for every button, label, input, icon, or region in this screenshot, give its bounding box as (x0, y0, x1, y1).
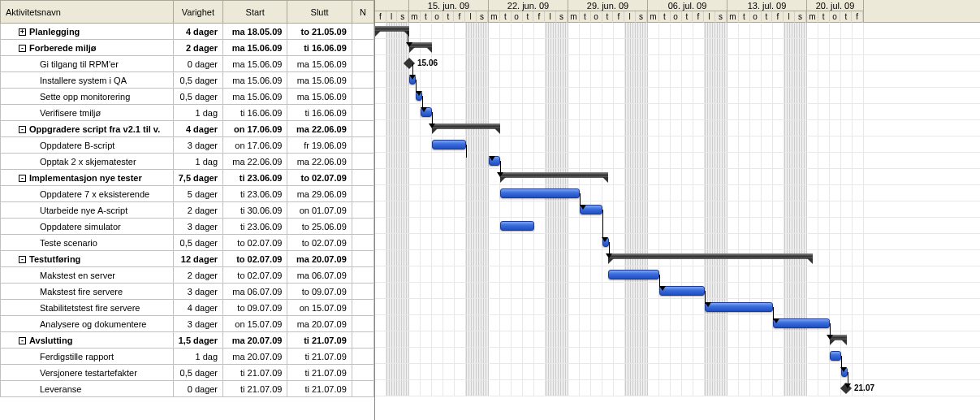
task-start: ti 23.06.09 (223, 170, 287, 186)
day-label: s (397, 11, 408, 23)
day-label: t (762, 11, 773, 23)
summary-bar[interactable] (375, 26, 409, 32)
task-name: Opptak 2 x skjematester (40, 157, 136, 167)
task-end: ma 15.06.09 (287, 89, 352, 105)
table-row[interactable]: -Implementasjon nye tester7,5 dagerti 23… (1, 170, 374, 186)
table-row[interactable]: Analysere og dokumentere3 dageron 15.07.… (1, 316, 374, 332)
col-name[interactable]: Aktivitetsnavn (1, 1, 174, 24)
task-name: Teste scenario (40, 238, 97, 248)
table-row[interactable]: Opptak 2 x skjematester1 dagma 22.06.09m… (1, 154, 374, 170)
task-name: Makstest en server (40, 271, 115, 280)
table-row[interactable]: Teste scenario0,5 dagerto 02.07.09to 02.… (1, 235, 374, 251)
collapse-icon[interactable]: - (19, 256, 26, 263)
task-bar[interactable] (500, 188, 580, 198)
table-row[interactable]: Verifisere tmiljø1 dagti 16.06.09ti 16.0… (1, 105, 374, 121)
task-start: ma 15.06.09 (223, 89, 287, 105)
gantt-row (375, 23, 980, 39)
table-row[interactable]: Oppdatere B-script3 dageron 17.06.09fr 1… (1, 137, 374, 154)
task-duration: 1 dag (173, 349, 222, 365)
task-end: to 21.05.09 (287, 24, 352, 40)
table-row[interactable]: Leveranse0 dagerti 21.07.09ti 21.07.09 (1, 381, 374, 397)
table-row[interactable]: Oppdatere 7 x eksisterende5 dagerti 23.0… (1, 186, 374, 202)
day-label: o (750, 11, 762, 23)
day-label: t (682, 11, 693, 23)
task-name: Makstest fire servere (40, 287, 123, 297)
task-start: on 15.07.09 (223, 316, 287, 332)
summary-bar[interactable] (409, 42, 432, 48)
task-bar[interactable] (773, 318, 830, 328)
table-row[interactable]: +Planlegging4 dagerma 18.05.09to 21.05.0… (1, 24, 374, 40)
table-row[interactable]: Oppdatere simulator3 dagerti 23.06.09to … (1, 219, 374, 235)
task-name: Avslutting (29, 336, 72, 345)
col-start[interactable]: Start (223, 1, 287, 24)
col-end[interactable]: Slutt (287, 1, 352, 24)
collapse-icon[interactable]: - (19, 175, 26, 182)
summary-bar[interactable] (432, 123, 500, 129)
table-row[interactable]: Sette opp monitorering0,5 dagerma 15.06.… (1, 89, 374, 105)
task-bar[interactable] (659, 286, 705, 296)
task-bar[interactable] (608, 270, 659, 279)
week-label: 20. jul. 09 (807, 0, 863, 11)
table-row[interactable]: -Forberede miljø2 dagerma 15.06.09ti 16.… (1, 40, 374, 56)
task-duration: 12 dager (173, 251, 222, 267)
summary-bar[interactable] (608, 253, 813, 259)
gantt-row (375, 218, 980, 234)
task-start: ma 22.06.09 (223, 154, 287, 170)
task-bar[interactable] (432, 140, 466, 149)
gantt-row (375, 201, 980, 218)
table-row[interactable]: Gi tilgang til RPM'er0 dagerma 15.06.09m… (1, 56, 374, 72)
task-end: to 09.07.09 (287, 284, 352, 300)
week-label: 06. jul. 09 (648, 0, 727, 11)
table-row[interactable]: -Oppgradere script fra v2.1 til v.4 dage… (1, 121, 374, 137)
table-row[interactable]: Utarbeide nye A-script2 dagerti 30.06.09… (1, 202, 374, 219)
day-label: l (465, 11, 477, 23)
day-label: f (454, 11, 465, 23)
task-start: ma 15.06.09 (223, 40, 287, 56)
expand-icon[interactable]: + (19, 28, 26, 36)
task-duration: 2 dager (173, 202, 222, 219)
task-duration: 5 dager (173, 186, 222, 202)
task-end: to 02.07.09 (287, 170, 352, 186)
week-label: 29. jun. 09 (568, 0, 647, 11)
gantt-row (375, 104, 980, 120)
task-bar[interactable] (500, 221, 534, 231)
task-start: to 02.07.09 (223, 267, 287, 284)
table-row[interactable]: Makstest en server2 dagerto 02.07.09ma 0… (1, 267, 374, 284)
table-row[interactable]: Ferdigstille rapport1 dagma 20.07.09ti 2… (1, 349, 374, 365)
task-start: ti 23.06.09 (223, 186, 287, 202)
collapse-icon[interactable]: - (19, 126, 26, 133)
gantt-row (375, 283, 980, 299)
task-duration: 3 dager (173, 284, 222, 300)
task-end: on 15.07.09 (287, 300, 352, 316)
gantt-body[interactable]: 15.0621.07 (375, 23, 980, 396)
task-bar[interactable] (830, 351, 841, 361)
task-name: Versjonere testartefakter (40, 368, 137, 378)
task-end: ma 22.06.09 (287, 154, 352, 170)
week-label (375, 0, 408, 11)
col-n[interactable]: N (352, 1, 373, 24)
day-label: t (443, 11, 455, 23)
gantt-row (375, 120, 980, 136)
gantt-row (375, 299, 980, 315)
day-label: t (602, 11, 614, 23)
gantt-row (375, 39, 980, 55)
week-label: 15. jun. 09 (409, 0, 488, 11)
task-bar[interactable] (705, 302, 773, 312)
table-row[interactable]: Makstest fire servere3 dagerma 06.07.09t… (1, 284, 374, 300)
gantt-row (375, 315, 980, 331)
task-duration: 0,5 dager (173, 89, 222, 105)
summary-bar[interactable] (500, 172, 608, 178)
task-duration: 2 dager (173, 267, 222, 284)
table-row[interactable]: -Testutføring12 dagerto 02.07.09ma 20.07… (1, 251, 374, 267)
collapse-icon[interactable]: - (19, 337, 26, 344)
table-row[interactable]: Installere system i QA0,5 dagerma 15.06.… (1, 72, 374, 89)
day-label: t (580, 11, 591, 23)
day-label: f (613, 11, 624, 23)
milestone-label: 15.06 (417, 58, 438, 67)
table-row[interactable]: Stabilitetstest fire servere4 dagerto 09… (1, 300, 374, 316)
day-label: l (545, 11, 556, 23)
table-row[interactable]: Versjonere testartefakter0,5 dagerti 21.… (1, 365, 374, 381)
table-row[interactable]: -Avslutting1,5 dagerma 20.07.09ti 21.07.… (1, 332, 374, 349)
col-duration[interactable]: Varighet (173, 1, 222, 24)
collapse-icon[interactable]: - (19, 45, 26, 52)
